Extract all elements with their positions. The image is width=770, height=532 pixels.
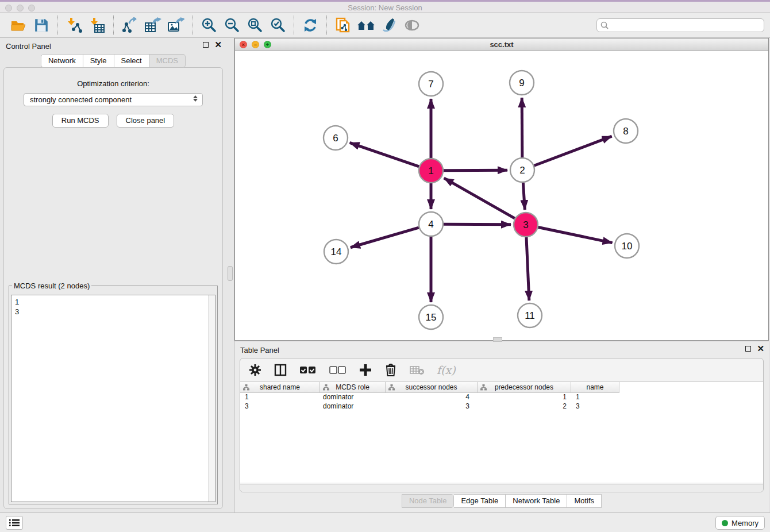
zoom-selected-icon[interactable]: [268, 16, 287, 35]
function-builder-icon[interactable]: f(x): [437, 364, 456, 376]
zoom-fit-icon[interactable]: [245, 16, 264, 35]
tab-network-table[interactable]: Network Table: [506, 494, 567, 508]
table-row[interactable]: 3 dominator 3 2 3: [240, 402, 763, 411]
status-bar: Memory: [0, 512, 770, 532]
task-history-button[interactable]: [6, 516, 23, 530]
network-canvas[interactable]: 7968124314101511: [235, 51, 768, 340]
tab-network[interactable]: Network: [41, 54, 83, 68]
cell-mcds-role[interactable]: dominator: [320, 392, 386, 402]
add-icon[interactable]: [359, 363, 372, 377]
graph-edge[interactable]: [444, 178, 515, 218]
tab-edge-table[interactable]: Edge Table: [454, 494, 506, 508]
close-panel-button[interactable]: Close panel: [117, 114, 175, 128]
mcds-result-item[interactable]: 1: [11, 295, 215, 307]
close-table-panel-icon[interactable]: ✕: [757, 346, 764, 352]
column-label: predecessor nodes: [495, 383, 553, 391]
graph-edge[interactable]: [534, 136, 612, 165]
import-table-icon[interactable]: [87, 16, 107, 35]
search-container: [596, 18, 764, 32]
cell-successor-nodes[interactable]: 4: [386, 392, 478, 402]
hierarchy-icon: [323, 384, 329, 391]
graph-edge[interactable]: [522, 98, 522, 157]
splitter-handle[interactable]: [228, 266, 233, 281]
toolbar-separator: [192, 16, 192, 35]
graph-edge[interactable]: [444, 224, 511, 225]
float-table-panel-icon[interactable]: [745, 346, 751, 352]
export-table-icon[interactable]: [143, 16, 163, 35]
optimization-criterion-select[interactable]: strongly connected component: [24, 93, 203, 106]
style-brush-icon[interactable]: [379, 16, 399, 35]
control-panel-header: Control Panel ✕: [0, 38, 226, 54]
mcds-result-item[interactable]: 3: [11, 307, 215, 317]
split-panel-icon[interactable]: [274, 363, 287, 377]
save-icon[interactable]: [32, 16, 51, 35]
graph-edge[interactable]: [523, 183, 525, 210]
result-scrollbar[interactable]: [208, 295, 215, 502]
refresh-icon[interactable]: [301, 16, 320, 35]
graph-node-label: 10: [622, 241, 633, 252]
cell-shared-name[interactable]: 1: [240, 392, 320, 402]
export-image-icon[interactable]: [166, 16, 186, 35]
mcds-result-list[interactable]: 1 3: [11, 295, 215, 502]
cell-successor-nodes[interactable]: 3: [386, 402, 478, 411]
tab-node-table[interactable]: Node Table: [402, 494, 455, 508]
graph-node-label: 7: [428, 79, 433, 90]
table-toolbar: f(x): [240, 358, 763, 381]
cell-name[interactable]: 3: [571, 402, 619, 411]
export-network-icon[interactable]: [120, 16, 140, 35]
tab-motifs[interactable]: Motifs: [567, 494, 602, 508]
table-row[interactable]: 1 dominator 4 1 1: [240, 392, 763, 402]
column-header-name[interactable]: name: [571, 382, 619, 393]
cell-name[interactable]: 1: [571, 392, 619, 402]
graph-edge[interactable]: [351, 228, 419, 248]
toolbar-separator: [57, 16, 58, 35]
memory-button[interactable]: Memory: [715, 516, 765, 530]
horizontal-splitter-handle[interactable]: [493, 337, 502, 342]
zoom-in-icon[interactable]: [199, 16, 218, 35]
optimization-criterion-value: strongly connected component: [30, 95, 132, 104]
graph-node-label: 3: [523, 219, 528, 230]
eye-icon[interactable]: [402, 16, 422, 35]
close-panel-icon[interactable]: ✕: [214, 42, 222, 48]
zoom-out-icon[interactable]: [222, 16, 241, 35]
tab-style[interactable]: Style: [83, 54, 114, 68]
float-panel-icon[interactable]: [203, 42, 209, 48]
network-canvas-svg[interactable]: 7968124314101511: [235, 51, 768, 340]
delete-table-icon[interactable]: [409, 363, 425, 377]
column-label: shared name: [260, 383, 300, 391]
import-network-icon[interactable]: [64, 16, 84, 35]
graph-edge[interactable]: [350, 142, 419, 166]
vertical-splitter[interactable]: [226, 38, 234, 512]
memory-label: Memory: [732, 519, 759, 527]
column-header-predecessor-nodes[interactable]: predecessor nodes: [478, 382, 571, 393]
tab-mcds[interactable]: MCDS: [149, 54, 186, 68]
column-header-successor-nodes[interactable]: successor nodes: [386, 382, 478, 393]
duplicate-network-icon[interactable]: [333, 16, 353, 35]
tab-select[interactable]: Select: [114, 54, 149, 68]
graph-edge[interactable]: [444, 170, 507, 171]
trash-icon[interactable]: [384, 363, 398, 377]
graph-edge[interactable]: [526, 237, 529, 300]
toolbar-separator: [294, 16, 294, 35]
toolbar-separator: [113, 16, 114, 35]
column-header-shared-name[interactable]: shared name: [240, 382, 320, 393]
cell-mcds-role[interactable]: dominator: [320, 402, 386, 411]
select-all-icon[interactable]: [299, 363, 317, 377]
cell-predecessor-nodes[interactable]: 1: [478, 392, 571, 402]
table-body: 1 dominator 4 1 1 3 dominator 3 2 3: [240, 392, 763, 483]
table-horizontal-scrollbar[interactable]: [240, 484, 763, 492]
gear-icon[interactable]: [248, 363, 262, 377]
save-glyph: [34, 18, 49, 33]
run-mcds-button[interactable]: Run MCDS: [52, 114, 109, 128]
graph-node-label: 11: [525, 310, 535, 321]
search-input[interactable]: [596, 18, 764, 32]
graph-node-label: 8: [623, 126, 628, 137]
cell-predecessor-nodes[interactable]: 2: [478, 402, 571, 411]
column-header-mcds-role[interactable]: MCDS role: [320, 382, 386, 393]
houses-icon[interactable]: [356, 16, 376, 35]
graph-node-label: 1: [428, 165, 433, 176]
deselect-all-icon[interactable]: [329, 363, 347, 377]
graph-edge[interactable]: [538, 228, 613, 243]
open-folder-icon[interactable]: [9, 16, 28, 35]
cell-shared-name[interactable]: 3: [240, 402, 320, 411]
